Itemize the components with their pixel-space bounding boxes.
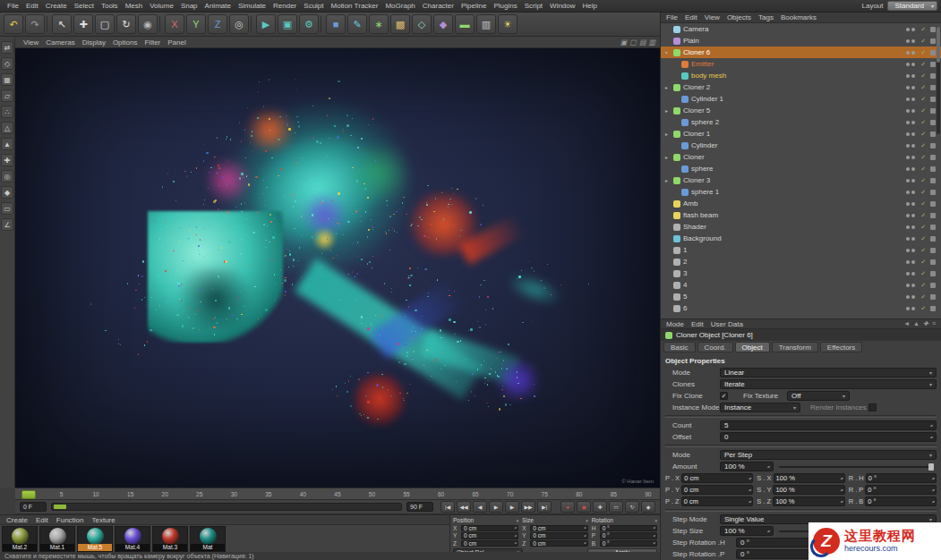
mode-toolbar-button[interactable]: ∠ bbox=[1, 218, 13, 231]
render-visibility-dot[interactable] bbox=[911, 144, 915, 148]
object-tree-item[interactable]: 3 ✓ bbox=[661, 267, 941, 279]
toolbar-button[interactable]: ▬ bbox=[455, 14, 475, 34]
rotation-field[interactable]: 0 ° bbox=[865, 496, 937, 506]
attribute-tab[interactable]: Transform bbox=[772, 342, 818, 352]
toolbar-button[interactable]: ▥ bbox=[476, 14, 496, 34]
object-tree-item[interactable]: Background ✓ bbox=[661, 233, 941, 244]
mode-toolbar-button[interactable]: ▲ bbox=[1, 138, 13, 150]
menu-item[interactable]: Simulate bbox=[235, 0, 269, 13]
timeline-playhead[interactable] bbox=[21, 490, 36, 499]
enabled-toggle[interactable]: ✓ bbox=[920, 224, 926, 231]
viewport-menu-item[interactable]: Display bbox=[79, 38, 109, 47]
enabled-toggle[interactable]: ✓ bbox=[920, 270, 926, 277]
toolbar-button[interactable]: ↷ bbox=[25, 14, 45, 34]
position-field[interactable]: 0 cm bbox=[681, 496, 754, 506]
material-thumbnail[interactable]: Mat.5 bbox=[77, 526, 113, 552]
enabled-toggle[interactable]: ✓ bbox=[920, 84, 926, 91]
menu-item[interactable]: Render bbox=[269, 0, 300, 13]
toolbar-button[interactable]: ▩ bbox=[390, 14, 410, 34]
visibility-toggles[interactable] bbox=[906, 249, 915, 252]
visibility-toggles[interactable] bbox=[906, 307, 915, 310]
object-tree-item[interactable]: 1 ✓ bbox=[661, 244, 941, 256]
coords-value-field[interactable]: 0 cm bbox=[461, 540, 518, 547]
coords-value-field[interactable]: 0 cm bbox=[530, 525, 587, 532]
enabled-toggle[interactable]: ✓ bbox=[920, 72, 926, 80]
object-tree-item[interactable]: Cylinder 1 ✓ bbox=[661, 93, 941, 105]
editor-visibility-dot[interactable] bbox=[906, 307, 910, 310]
editor-visibility-dot[interactable] bbox=[906, 249, 910, 252]
menu-item[interactable]: Snap bbox=[177, 0, 201, 13]
visibility-toggles[interactable] bbox=[906, 98, 915, 101]
editor-visibility-dot[interactable] bbox=[906, 74, 910, 78]
toolbar-button[interactable]: ◆ bbox=[433, 14, 453, 34]
render-visibility-dot[interactable] bbox=[911, 179, 915, 182]
toolbar-button[interactable]: ⚙ bbox=[299, 14, 319, 34]
object-tag-icon[interactable] bbox=[930, 166, 936, 172]
editor-visibility-dot[interactable] bbox=[906, 214, 910, 217]
viewport-menu-item[interactable]: Panel bbox=[164, 38, 189, 47]
mode-toolbar-button[interactable]: ◆ bbox=[1, 186, 13, 199]
coords-position-header[interactable]: Position bbox=[453, 516, 518, 524]
amount-slider[interactable] bbox=[779, 466, 934, 468]
visibility-toggles[interactable] bbox=[906, 86, 915, 89]
panel-options-icon[interactable]: ≡ bbox=[932, 320, 936, 327]
object-tree-item[interactable]: ▾ Cloner 6 ✓ bbox=[661, 47, 941, 58]
object-tag-icon[interactable] bbox=[930, 283, 936, 288]
toolbar-button[interactable]: Z bbox=[208, 14, 227, 34]
visibility-toggles[interactable] bbox=[906, 202, 915, 206]
viewport-canvas[interactable]: © Hanar Item bbox=[15, 48, 660, 488]
menu-item[interactable]: Volume bbox=[146, 0, 177, 13]
material-menu-item[interactable]: Edit bbox=[36, 516, 48, 524]
mode-toolbar-button[interactable]: ✚ bbox=[1, 154, 13, 166]
toolbar-button[interactable]: ☀ bbox=[498, 14, 518, 34]
visibility-toggles[interactable] bbox=[906, 295, 915, 299]
editor-visibility-dot[interactable] bbox=[906, 144, 910, 148]
transport-button[interactable]: ◀ bbox=[473, 501, 487, 513]
object-tree-item[interactable]: ▸ Cloner 3 ✓ bbox=[661, 174, 941, 186]
amount-field[interactable]: 100 % bbox=[720, 462, 774, 471]
toolbar-button[interactable]: ∗ bbox=[369, 14, 389, 34]
transport-button[interactable]: ▶ bbox=[489, 501, 503, 513]
enabled-toggle[interactable]: ✓ bbox=[920, 49, 926, 56]
enabled-toggle[interactable]: ✓ bbox=[920, 165, 926, 173]
viewport-menu-item[interactable]: Options bbox=[109, 38, 141, 47]
fix-clone-checkbox[interactable]: ✓ bbox=[720, 392, 728, 400]
render-visibility-dot[interactable] bbox=[911, 260, 915, 264]
timeline-range-slider[interactable] bbox=[51, 503, 402, 511]
visibility-toggles[interactable] bbox=[906, 272, 915, 276]
object-tree-item[interactable]: body mesh ✓ bbox=[661, 70, 941, 81]
enabled-toggle[interactable]: ✓ bbox=[920, 200, 926, 208]
object-tag-icon[interactable] bbox=[930, 225, 936, 230]
timeline-ruler[interactable]: 051015202530354045505560657075808590 bbox=[15, 488, 660, 500]
render-visibility-dot[interactable] bbox=[911, 63, 915, 66]
object-tag-icon[interactable] bbox=[930, 248, 936, 253]
object-tag-icon[interactable] bbox=[930, 50, 936, 55]
object-tag-icon[interactable] bbox=[930, 155, 936, 160]
enabled-toggle[interactable]: ✓ bbox=[920, 189, 926, 196]
toolbar-button[interactable]: ◎ bbox=[229, 14, 249, 34]
viewport-menu-item[interactable]: View bbox=[20, 38, 42, 47]
material-thumbnail[interactable]: Mat.1 bbox=[39, 526, 75, 552]
enabled-toggle[interactable]: ✓ bbox=[920, 212, 926, 219]
rotation-field[interactable]: 0 ° bbox=[866, 473, 937, 483]
object-tree-item[interactable]: sphere 2 ✓ bbox=[661, 116, 941, 128]
object-tree-item[interactable]: Amb ✓ bbox=[661, 198, 941, 209]
toolbar-button[interactable] bbox=[47, 16, 50, 32]
render-visibility-dot[interactable] bbox=[911, 272, 915, 276]
editor-visibility-dot[interactable] bbox=[906, 156, 910, 159]
object-tag-icon[interactable] bbox=[930, 38, 936, 44]
editor-visibility-dot[interactable] bbox=[906, 28, 910, 31]
material-menu-item[interactable]: Function bbox=[56, 516, 84, 524]
render-visibility-dot[interactable] bbox=[911, 51, 915, 55]
visibility-toggles[interactable] bbox=[906, 167, 915, 171]
render-visibility-dot[interactable] bbox=[911, 109, 915, 113]
editor-visibility-dot[interactable] bbox=[906, 284, 910, 287]
visibility-toggles[interactable] bbox=[906, 28, 915, 31]
coords-value-field[interactable]: 0 ° bbox=[600, 525, 657, 532]
attribute-tab[interactable]: Effectors bbox=[820, 342, 862, 352]
render-instances-checkbox[interactable] bbox=[868, 403, 877, 412]
history-back-icon[interactable]: ◄ bbox=[903, 320, 910, 327]
menu-item[interactable]: File bbox=[4, 0, 22, 13]
slider-handle[interactable] bbox=[928, 463, 934, 471]
coords-value-field[interactable]: 0 ° bbox=[600, 532, 657, 539]
